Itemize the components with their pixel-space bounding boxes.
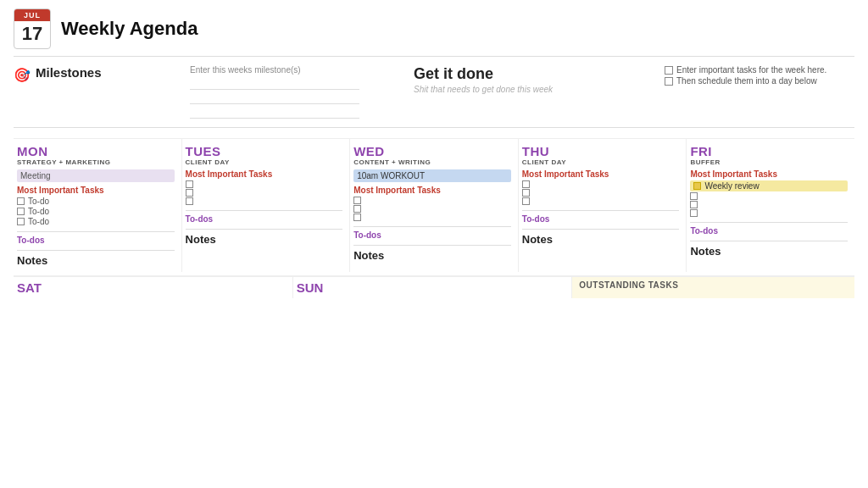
days-grid: MONSTRATEGY + MARKETINGMeetingMost Impor… [14, 138, 854, 272]
outstanding-tasks-title: OUTSTANDING TASKS [579, 280, 848, 290]
todo-item-fri-2 [690, 209, 848, 217]
day-col-tues: TUESCLIENT DAYMost Important TasksTo-dos… [182, 139, 351, 272]
todos-label-wed[interactable]: To-dos [353, 230, 511, 240]
notes-label-mon: Notes [17, 254, 175, 267]
day-col-wed: WEDCONTENT + WRITING10am WORKOUTMost Imp… [350, 139, 519, 272]
divider-notes-wed [353, 245, 511, 246]
mit-label-fri[interactable]: Most Important Tasks [690, 169, 848, 179]
mit-label-mon[interactable]: Most Important Tasks [17, 186, 175, 195]
todo-item-mon-0: To-do [17, 197, 175, 206]
todo-checkbox-mon-0[interactable] [17, 197, 25, 205]
weekly-review-fri: Weekly review [690, 180, 848, 191]
day-col-mon: MONSTRATEGY + MARKETINGMeetingMost Impor… [14, 139, 182, 272]
saturday-label: SAT [17, 280, 286, 295]
day-col-fri: FRIBUFFERMost Important TasksWeekly revi… [687, 139, 854, 272]
get-it-done-col: Get it done Shit that needs to get done … [397, 65, 651, 119]
calendar-icon: JUL 17 [14, 8, 51, 49]
todo-checkbox-thu-0[interactable] [522, 180, 530, 188]
todo-label-mon-2: To-do [28, 217, 49, 226]
todo-checkbox-thu-1[interactable] [522, 189, 530, 197]
page-title: Weekly Agenda [61, 18, 198, 40]
weekly-review-checkbox[interactable] [693, 182, 701, 190]
todo-item-tues-2 [186, 197, 343, 205]
todo-item-mon-2: To-do [17, 217, 175, 226]
todo-item-wed-0 [353, 197, 511, 204]
todo-checkbox-thu-2[interactable] [522, 197, 530, 205]
event-bar-mon: Meeting [17, 169, 175, 182]
calendar-date: 17 [22, 21, 42, 47]
day-theme-thu: CLIENT DAY [522, 158, 680, 166]
todos-label-thu[interactable]: To-dos [522, 214, 680, 224]
outstanding-tasks-col: OUTSTANDING TASKS [572, 277, 854, 298]
day-name-tues: TUES [186, 144, 343, 158]
notes-label-wed: Notes [353, 249, 511, 262]
todo-item-wed-2 [353, 214, 511, 221]
divider-notes-fri [690, 241, 848, 241]
todos-label-mon[interactable]: To-dos [17, 236, 175, 245]
todo-checkbox-wed-0[interactable] [353, 197, 361, 204]
divider-notes-tues [186, 229, 343, 230]
divider-notes-thu [522, 229, 680, 230]
checkbox-hint-icon-1 [665, 66, 673, 75]
todo-checkbox-fri-2[interactable] [690, 209, 698, 217]
milestone-line-1[interactable] [190, 78, 359, 90]
todo-checkbox-mon-1[interactable] [17, 208, 25, 215]
todo-checkbox-fri-0[interactable] [690, 192, 698, 200]
day-name-fri: FRI [690, 144, 848, 158]
milestones-lines [190, 78, 397, 119]
milestones-hint: Enter this weeks milestone(s) [190, 65, 397, 75]
calendar-month: JUL [14, 9, 50, 21]
todo-checkbox-wed-1[interactable] [353, 205, 361, 213]
todo-checkbox-fri-1[interactable] [690, 201, 698, 208]
todos-label-fri[interactable]: To-dos [690, 226, 848, 236]
mit-label-wed[interactable]: Most Important Tasks [353, 186, 511, 195]
todo-checkbox-tues-0[interactable] [186, 180, 193, 188]
divider-todos-thu [522, 210, 680, 211]
mit-label-thu[interactable]: Most Important Tasks [522, 169, 680, 179]
todo-label-mon-1: To-do [28, 207, 49, 216]
todo-item-wed-1 [353, 205, 511, 213]
todo-item-fri-0 [690, 192, 848, 200]
sunday-col: SUN [293, 277, 573, 298]
milestones-label: Milestones [36, 65, 102, 80]
top-section: 🎯 Milestones Enter this weeks milestone(… [14, 56, 854, 128]
todo-label-mon-0: To-do [28, 197, 49, 206]
day-theme-tues: CLIENT DAY [186, 158, 343, 166]
day-theme-mon: STRATEGY + MARKETING [17, 158, 175, 166]
checkbox-hint-icon-2 [665, 77, 673, 86]
bottom-row: SAT SUN OUTSTANDING TASKS [14, 275, 854, 298]
day-theme-wed: CONTENT + WRITING [353, 158, 511, 166]
todos-label-tues[interactable]: To-dos [186, 214, 343, 224]
todo-checkbox-mon-2[interactable] [17, 218, 25, 225]
header: JUL 17 Weekly Agenda [14, 8, 854, 49]
notes-label-fri: Notes [690, 245, 848, 258]
divider-todos-tues [186, 210, 343, 211]
mit-label-tues[interactable]: Most Important Tasks [186, 169, 343, 179]
important-hint-2: Then schedule them into a day below [665, 76, 854, 86]
page: JUL 17 Weekly Agenda 🎯 Milestones Enter … [0, 0, 868, 488]
saturday-col: SAT [14, 277, 293, 298]
todo-item-thu-1 [522, 189, 680, 197]
notes-label-tues: Notes [186, 233, 343, 246]
get-it-done-subtitle: Shit that needs to get done this week [414, 85, 651, 94]
sunday-label: SUN [297, 280, 565, 295]
divider-notes-mon [17, 250, 175, 251]
day-col-thu: THUCLIENT DAYMost Important TasksTo-dosN… [519, 139, 687, 272]
milestone-line-2[interactable] [190, 92, 359, 104]
todo-checkbox-wed-2[interactable] [353, 214, 361, 221]
divider-todos-mon [17, 231, 175, 232]
day-name-thu: THU [522, 144, 680, 158]
todo-item-mon-1: To-do [17, 207, 175, 216]
todo-item-tues-0 [186, 180, 343, 188]
milestones-col: 🎯 Milestones [14, 65, 183, 119]
todo-item-thu-2 [522, 197, 680, 205]
todo-checkbox-tues-1[interactable] [186, 189, 193, 197]
todo-checkbox-tues-2[interactable] [186, 197, 193, 205]
todo-item-thu-0 [522, 180, 680, 188]
day-name-mon: MON [17, 144, 175, 158]
milestone-line-3[interactable] [190, 107, 359, 119]
notes-label-thu: Notes [522, 233, 680, 246]
day-name-wed: WED [353, 144, 511, 158]
target-icon: 🎯 [14, 67, 31, 83]
weekly-review-label: Weekly review [704, 181, 759, 191]
